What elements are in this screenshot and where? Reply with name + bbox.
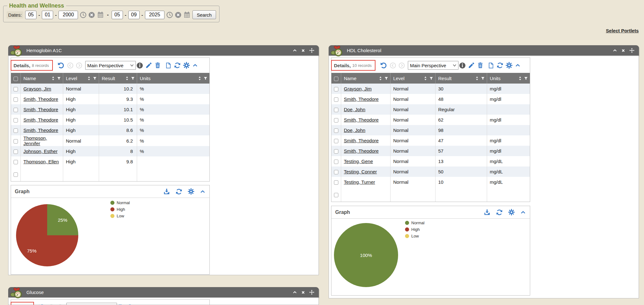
collapse-section-icon[interactable]	[515, 63, 521, 68]
perspective-select[interactable]: Main Perspective	[85, 61, 136, 70]
row-checkbox[interactable]	[334, 149, 338, 154]
patient-name-link[interactable]: Johnson, Esther	[24, 149, 58, 154]
column-header-level[interactable]: Level	[63, 73, 99, 84]
patient-name-link[interactable]: Grayson, Jim	[24, 86, 51, 91]
info-icon[interactable]	[459, 62, 466, 69]
to-year-input[interactable]	[145, 11, 164, 19]
row-checkbox[interactable]	[334, 118, 338, 123]
settings-gear-icon[interactable]	[506, 62, 513, 69]
sort-icon[interactable]	[379, 76, 382, 81]
patient-name-link[interactable]: Grayson, Jim	[344, 86, 372, 91]
refresh-icon[interactable]	[126, 304, 133, 305]
filter-funnel-icon[interactable]	[131, 76, 135, 80]
collapse-portlet-icon[interactable]	[292, 48, 297, 52]
new-document-icon[interactable]	[118, 304, 124, 305]
patient-name-link[interactable]: Smith, Theodore	[344, 117, 379, 123]
patient-name-link[interactable]: Smith, Theodore	[24, 117, 58, 123]
from-calendar-button[interactable]	[97, 11, 104, 18]
row-checkbox[interactable]	[14, 128, 18, 133]
patient-name-link[interactable]: Smith, Theodore	[24, 107, 58, 112]
perspective-select[interactable]: Main Perspective	[66, 303, 117, 305]
patient-name-link[interactable]: Testing, Gene	[344, 159, 373, 164]
close-portlet-icon[interactable]	[621, 48, 625, 53]
column-header-result[interactable]: Result	[435, 73, 487, 84]
patient-name-link[interactable]: Doe, John	[344, 107, 365, 112]
column-header-units[interactable]: Units	[137, 73, 209, 84]
patient-name-link[interactable]: Doe, John	[344, 128, 365, 133]
from-year-input[interactable]	[58, 11, 78, 19]
sort-icon[interactable]	[475, 76, 479, 81]
next-icon[interactable]	[57, 304, 64, 305]
undo-icon[interactable]	[38, 303, 46, 305]
undo-icon[interactable]	[380, 62, 387, 69]
previous-icon[interactable]	[67, 62, 74, 69]
filter-funnel-icon[interactable]	[524, 76, 528, 80]
move-portlet-icon[interactable]	[629, 48, 635, 53]
to-time-button[interactable]	[166, 12, 173, 18]
row-checkbox[interactable]	[334, 193, 338, 197]
settings-gear-icon[interactable]	[188, 188, 194, 195]
download-icon[interactable]	[484, 209, 491, 216]
to-day-input[interactable]	[128, 11, 140, 19]
from-time-button[interactable]	[80, 12, 86, 18]
select-all-checkbox[interactable]	[14, 77, 18, 81]
filter-funnel-icon[interactable]	[429, 76, 433, 80]
patient-name-link[interactable]: Smith, Theodore	[24, 128, 58, 133]
row-checkbox[interactable]	[14, 160, 18, 164]
from-clear-button[interactable]	[88, 12, 95, 18]
row-checkbox[interactable]	[14, 118, 18, 123]
move-portlet-icon[interactable]	[309, 48, 314, 53]
row-checkbox[interactable]	[334, 87, 338, 91]
refresh-icon[interactable]	[497, 62, 503, 69]
row-checkbox[interactable]	[334, 160, 338, 164]
patient-name-link[interactable]: Testing, Turner	[344, 179, 375, 185]
collapse-portlet-icon[interactable]	[613, 48, 617, 52]
settings-gear-icon[interactable]	[183, 62, 190, 69]
refresh-icon[interactable]	[175, 188, 182, 195]
info-icon[interactable]	[136, 62, 143, 69]
select-portlets-link[interactable]: Select Portlets	[606, 28, 639, 33]
column-header-result[interactable]: Result	[99, 73, 137, 84]
refresh-icon[interactable]	[496, 209, 503, 216]
close-portlet-icon[interactable]	[301, 290, 305, 295]
portlet-header[interactable]: HDL Cholesterol	[329, 45, 639, 56]
previous-icon[interactable]	[390, 62, 396, 69]
close-portlet-icon[interactable]	[301, 48, 305, 53]
row-checkbox[interactable]	[14, 97, 18, 102]
previous-icon[interactable]	[48, 304, 55, 305]
delete-icon[interactable]	[154, 62, 161, 69]
row-checkbox[interactable]	[334, 97, 338, 102]
new-document-icon[interactable]	[165, 62, 172, 69]
sort-icon[interactable]	[87, 76, 91, 81]
filter-funnel-icon[interactable]	[203, 76, 208, 80]
column-header-level[interactable]: Level	[390, 73, 435, 84]
filter-funnel-icon[interactable]	[481, 76, 485, 80]
perspective-select[interactable]: Main Perspective	[408, 61, 458, 70]
portlet-header[interactable]: Glucose	[8, 287, 319, 297]
select-all-checkbox[interactable]	[334, 77, 338, 81]
to-month-input[interactable]	[112, 11, 123, 19]
collapse-section-icon[interactable]	[520, 210, 526, 215]
sort-icon[interactable]	[198, 76, 201, 81]
portlet-header[interactable]: Hemoglobin A1C	[8, 45, 319, 56]
collapse-portlet-icon[interactable]	[292, 290, 297, 294]
filter-funnel-icon[interactable]	[384, 76, 388, 80]
refresh-icon[interactable]	[174, 62, 181, 69]
next-icon[interactable]	[398, 62, 405, 69]
row-checkbox[interactable]	[334, 139, 338, 143]
row-checkbox[interactable]	[334, 170, 338, 174]
row-checkbox[interactable]	[14, 87, 18, 91]
column-header-name[interactable]: Name	[20, 73, 63, 84]
row-checkbox[interactable]	[14, 150, 18, 154]
to-clear-button[interactable]	[175, 12, 181, 18]
sort-icon[interactable]	[125, 76, 129, 81]
row-checkbox[interactable]	[334, 180, 338, 185]
row-checkbox[interactable]	[14, 139, 18, 144]
row-checkbox[interactable]	[334, 128, 338, 133]
column-header-units[interactable]: Units	[487, 73, 530, 84]
settings-gear-icon[interactable]	[508, 209, 515, 215]
sort-icon[interactable]	[519, 76, 522, 81]
patient-name-link[interactable]: Testing, Conner	[344, 169, 377, 174]
patient-name-link[interactable]: Smith, Theodore	[344, 148, 379, 154]
patient-name-link[interactable]: Smith, Theodore	[344, 138, 379, 143]
